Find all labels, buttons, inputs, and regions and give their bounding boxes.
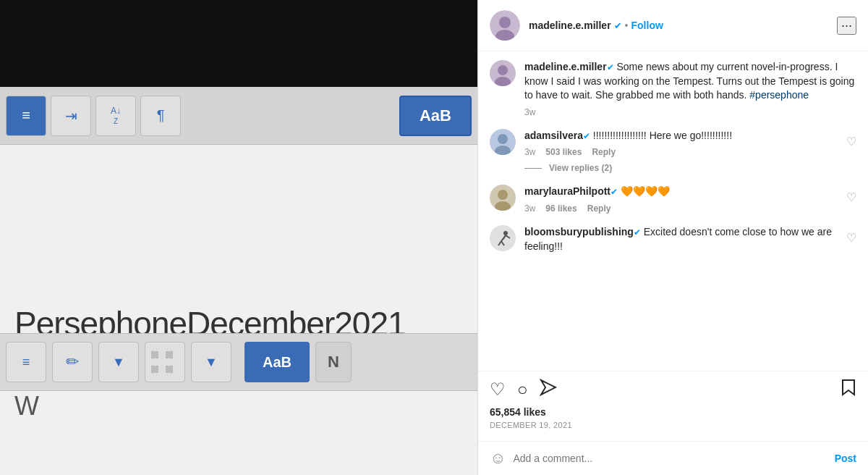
comment-text-2: marylauraPhilpott✔ 🧡🧡🧡🧡 — [524, 185, 856, 199]
like-icon-3[interactable]: ♡ — [846, 231, 856, 245]
svg-point-7 — [498, 134, 508, 144]
comments-area: madeline.e.miller✔ Some news about my cu… — [478, 51, 868, 371]
svg-point-4 — [498, 65, 508, 75]
right-panel: madeline.e.miller ✔ • Follow ··· madelin… — [477, 0, 868, 475]
header-verified: ✔ — [614, 20, 622, 31]
action-bar: ♡ ○ 65,854 likes December 19, 2021 — [478, 371, 868, 441]
like-button[interactable]: ♡ — [490, 379, 506, 400]
comment-likes-2: 96 likes — [545, 203, 576, 214]
post-comment-button[interactable]: Post — [835, 453, 856, 464]
caption-text: madeline.e.miller✔ Some news about my cu… — [524, 60, 856, 103]
comment-item-1: adamsilvera✔ !!!!!!!!!!!!!!!!!!! Here we… — [490, 129, 856, 158]
svg-point-1 — [499, 17, 511, 28]
comment-time-2: 3w — [524, 203, 535, 214]
toolbar-table — [145, 342, 185, 382]
caption-time: 3w — [524, 107, 535, 117]
action-icons-row: ♡ ○ — [490, 379, 856, 400]
comment-item-3: bloomsburypublishing✔ Excited doesn't co… — [490, 225, 856, 253]
comment-body-3: bloomsburypublishing✔ Excited doesn't co… — [524, 225, 856, 253]
toolbar-sort: A↓Z — [95, 96, 136, 136]
comment-time-1: 3w — [524, 147, 535, 157]
caption-body: madeline.e.miller✔ Some news about my cu… — [524, 60, 856, 117]
svg-marker-19 — [541, 380, 556, 395]
toolbar-font-preview: AaB — [399, 96, 472, 136]
header-avatar — [490, 10, 520, 41]
comment-avatar-2 — [490, 185, 516, 211]
reply-button-1[interactable]: Reply — [592, 147, 616, 157]
post-image: elp PersephoneDecember2021 W ≡ ⇥ A↓Z ¶ A… — [0, 0, 477, 475]
like-icon-2[interactable]: ♡ — [846, 190, 856, 204]
toolbar-row1: ≡ ⇥ A↓Z ¶ AaB — [0, 87, 477, 145]
likes-count: 65,854 likes — [490, 406, 856, 418]
header-info: madeline.e.miller ✔ • Follow — [529, 20, 837, 31]
post-header: madeline.e.miller ✔ • Follow ··· — [478, 0, 868, 51]
comment-meta-2: 3w 96 likes Reply — [524, 203, 856, 214]
comment-meta-1: 3w 503 likes Reply — [524, 147, 856, 157]
toolbar-list-indent: ≡ — [6, 342, 46, 382]
post-date: December 19, 2021 — [490, 421, 856, 429]
comment-input[interactable] — [513, 453, 834, 464]
toolbar-row2: ≡ ✏ ▼ ▼ AaB N — [0, 333, 477, 391]
comment-body-2: marylauraPhilpott✔ 🧡🧡🧡🧡 3w 96 likes Repl… — [524, 185, 856, 214]
comment-button[interactable]: ○ — [517, 379, 528, 400]
comment-text-1: adamsilvera✔ !!!!!!!!!!!!!!!!!!! Here we… — [524, 129, 856, 143]
comment-body-1: adamsilvera✔ !!!!!!!!!!!!!!!!!!! Here we… — [524, 129, 856, 158]
replies-line — [524, 168, 542, 169]
caption-avatar — [490, 60, 516, 86]
comment-avatar-3 — [490, 225, 516, 251]
add-comment-row: ☺ Post — [478, 441, 868, 475]
toolbar-bold-list: ✏ — [52, 342, 93, 382]
comment-username-1: adamsilvera — [524, 130, 583, 141]
toolbar-dropdown1: ▼ — [98, 342, 139, 382]
toolbar-indent-right: ⇥ — [51, 96, 91, 136]
comment-item-2: marylauraPhilpott✔ 🧡🧡🧡🧡 3w 96 likes Repl… — [490, 185, 856, 214]
header-username: madeline.e.miller — [529, 20, 611, 31]
toolbar-indent-left: ≡ — [6, 96, 46, 136]
emoji-button[interactable]: ☺ — [490, 449, 506, 468]
doc-content: PersephoneDecember2021 W — [0, 145, 477, 475]
caption-item: madeline.e.miller✔ Some news about my cu… — [490, 60, 856, 117]
caption-username: madeline.e.miller — [524, 61, 607, 72]
doc-letter: W — [14, 391, 39, 421]
caption-meta: 3w — [524, 107, 856, 117]
comment-username-3: bloomsburypublishing — [524, 226, 634, 238]
svg-point-10 — [498, 190, 508, 200]
view-replies-text-1[interactable]: View replies (2) — [549, 163, 612, 173]
svg-point-13 — [503, 231, 508, 235]
toolbar-font-preview2: AaB — [244, 342, 310, 382]
comment-text-3: bloomsburypublishing✔ Excited doesn't co… — [524, 225, 856, 253]
comment-likes-1: 503 likes — [545, 147, 582, 157]
toolbar-n: N — [315, 342, 352, 382]
bookmark-button[interactable] — [841, 379, 856, 400]
toolbar-paragraph: ¶ — [140, 96, 181, 136]
caption-verified: ✔ — [607, 62, 614, 72]
comment-username-2: marylauraPhilpott — [524, 185, 610, 197]
more-options-button[interactable]: ··· — [837, 17, 856, 35]
toolbar-dropdown2: ▼ — [191, 342, 231, 382]
reply-button-2[interactable]: Reply — [587, 203, 611, 214]
hashtag: #persephone — [749, 89, 809, 101]
share-button[interactable] — [540, 379, 557, 400]
view-replies-1[interactable]: View replies (2) — [524, 163, 856, 173]
comment-avatar-1 — [490, 129, 516, 155]
follow-button[interactable]: Follow — [631, 20, 663, 31]
like-icon-1[interactable]: ♡ — [846, 135, 856, 148]
dot-separator: • — [625, 20, 629, 31]
